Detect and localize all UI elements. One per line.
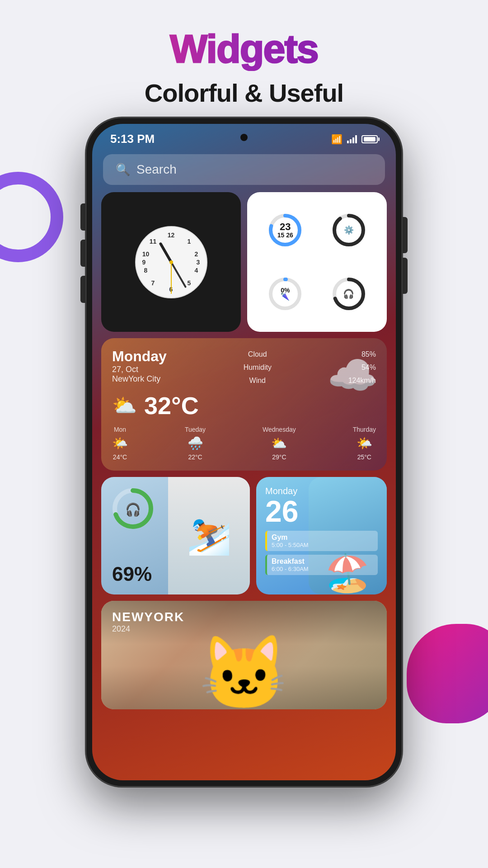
airpods-icon-battery: 🎧 (125, 502, 141, 517)
forecast-day-thu: Thurday 🌤️ 25°C (353, 426, 376, 461)
status-time: 5:13 PM (110, 132, 155, 146)
widget-row-1: 12 3 6 9 1 11 2 4 5 7 8 10 (101, 192, 387, 332)
app-subtitle: Colorful & Useful (0, 78, 488, 108)
ring-steps-sub: 15 26 (277, 232, 293, 238)
skier-image: ⛷️ (168, 477, 250, 594)
forecast-icon-tue: 🌧️ (188, 436, 203, 451)
skier-icon: ⛷️ (187, 514, 232, 557)
phone-frame: 5:13 PM 📶 🔍 Se (86, 118, 402, 787)
photo-year: 2024 (112, 624, 184, 634)
clock-hour-hand (159, 242, 172, 263)
ring-item-rain: 0% 🌂 (256, 265, 314, 323)
weather-value-3: 124km/h (348, 374, 376, 387)
weather-day: Monday (112, 348, 167, 365)
weather-value-1: 85% (348, 348, 376, 361)
ring-rain-circle: 0% 🌂 (267, 276, 303, 312)
clock-num-7: 7 (149, 278, 158, 288)
calendar-date: 26 (265, 496, 378, 526)
ring-steps-number: 23 15 26 (277, 222, 293, 238)
search-icon: 🔍 (116, 163, 130, 177)
clock-num-10: 10 (141, 250, 150, 259)
calendar-content: Monday 26 Gym 5:00 - 5:50AM Breakfast 6:… (256, 477, 387, 584)
rings-widget[interactable]: 23 15 26 (247, 192, 387, 332)
weather-temperature: 32°C (144, 392, 199, 420)
phone-mockup: 5:13 PM 📶 🔍 Se (86, 118, 402, 787)
calendar-widget[interactable]: 🏖️ Monday 26 Gym 5:00 - 5:50AM (256, 477, 387, 594)
search-bar[interactable]: 🔍 Search (103, 154, 385, 185)
forecast-day-wed: Wednesday ⛅ 29°C (263, 426, 296, 461)
app-title: Widgets (0, 27, 488, 71)
forecast-label-thu: Thurday (353, 426, 376, 433)
forecast-temp-wed: 29°C (272, 453, 286, 461)
battery-widget[interactable]: 🎧 ⛷️ 69% (101, 477, 250, 594)
ring-settings-circle: ⚙️ (331, 212, 367, 248)
forecast-temp-tue: 22°C (188, 453, 202, 461)
weather-temp-row: ⛅ 32°C (112, 392, 376, 420)
forecast-day-mon: Mon 🌤️ 24°C (112, 426, 128, 461)
calendar-event-breakfast: Breakfast 6:00 - 6:30AM (265, 555, 378, 575)
forecast-icon-wed: ⛅ (271, 436, 287, 451)
decorative-blob (407, 624, 488, 723)
clock-widget[interactable]: 12 3 6 9 1 11 2 4 5 7 8 10 (101, 192, 241, 332)
forecast-label-mon: Mon (114, 426, 126, 433)
forecast-temp-thu: 25°C (357, 453, 371, 461)
clock-face: 12 3 6 9 1 11 2 4 5 7 8 10 (135, 226, 207, 298)
weather-top: Monday 27, Oct NewYork City Cloud Humidi… (112, 348, 376, 387)
ring-item-steps: 23 15 26 (256, 201, 314, 259)
clock-center (169, 260, 173, 264)
signal-bar-1 (347, 141, 349, 143)
calendar-events: Gym 5:00 - 5:50AM Breakfast 6:00 - 6:30A… (265, 531, 378, 575)
cat-image: 🐱 (199, 637, 289, 709)
widget-row-3: 🎧 ⛷️ 69% 🏖️ Monday (101, 477, 387, 594)
clock-num-11: 11 (149, 237, 158, 246)
weather-sun-icon: ⛅ (112, 394, 137, 417)
ring-airpods-icon: 🎧 (343, 289, 354, 298)
event-gym-title: Gym (272, 533, 373, 542)
status-bar: 5:13 PM 📶 (92, 124, 396, 150)
ring-settings-icon: ⚙️ (344, 226, 354, 234)
weather-values: 85% 54% 124km/h (348, 348, 376, 387)
weather-value-2: 54% (348, 361, 376, 374)
weather-condition-3: Wind (244, 374, 272, 387)
clock-num-1: 1 (185, 237, 194, 246)
forecast-label-tue: Tueday (185, 426, 206, 433)
status-icons: 📶 (331, 134, 378, 145)
weather-condition-1: Cloud (244, 348, 272, 361)
weather-date: 27, Oct (112, 365, 167, 374)
signal-bar-4 (355, 135, 357, 143)
event-breakfast-title: Breakfast (272, 557, 373, 566)
clock-second-hand (171, 262, 172, 294)
clock-num-2: 2 (192, 250, 201, 259)
ring-item-airpods: 🎧 (320, 265, 378, 323)
weather-location: Monday 27, Oct NewYork City (112, 348, 167, 387)
clock-num-8: 8 (141, 266, 150, 275)
ring-rain-number: 0% 🌂 (281, 287, 290, 301)
photo-city: NEWYORK (112, 610, 184, 624)
event-gym-time: 5:00 - 5:50AM (272, 542, 373, 548)
forecast-row: Mon 🌤️ 24°C Tueday 🌧️ 22°C Wednesday ⛅ (112, 426, 376, 461)
calendar-event-gym: Gym 5:00 - 5:50AM (265, 531, 378, 551)
forecast-icon-mon: 🌤️ (112, 436, 128, 451)
signal-bars (347, 135, 357, 143)
forecast-day-tue: Tueday 🌧️ 22°C (185, 426, 206, 461)
signal-bar-3 (352, 137, 354, 143)
clock-num-9: 9 (140, 258, 149, 267)
header: Widgets Colorful & Useful (0, 0, 488, 108)
photo-text: NEWYORK 2024 (112, 610, 184, 634)
event-breakfast-time: 6:00 - 6:30AM (272, 566, 373, 572)
ring-airpods-circle: 🎧 (331, 276, 367, 312)
battery-percentage: 69% (112, 563, 152, 585)
widget-grid: 12 3 6 9 1 11 2 4 5 7 8 10 (92, 192, 396, 709)
weather-conditions: Cloud Humidity Wind (244, 348, 272, 387)
weather-widget[interactable]: ☁️ Monday 27, Oct NewYork City Cloud Hum… (101, 338, 387, 471)
clock-num-4: 4 (192, 266, 201, 275)
weather-city: NewYork City (112, 374, 167, 384)
ring-steps-circle: 23 15 26 (267, 212, 303, 248)
decorative-circle (0, 172, 63, 262)
search-placeholder: Search (136, 162, 177, 177)
photo-widget[interactable]: 🐱 NEWYORK 2024 (101, 601, 387, 709)
clock-num-12: 12 (167, 231, 176, 240)
weather-condition-2: Humidity (244, 361, 272, 374)
ring-item-settings: ⚙️ (320, 201, 378, 259)
battery-ring: 🎧 (110, 486, 155, 533)
